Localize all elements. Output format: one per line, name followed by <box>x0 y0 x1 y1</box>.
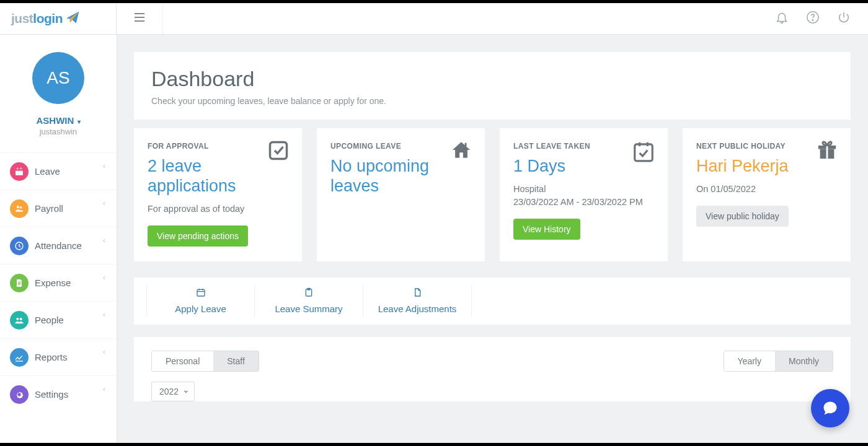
chevron-left-icon: ‹ <box>103 236 105 245</box>
group-icon <box>10 311 29 330</box>
period-segmented-control: Yearly Monthly <box>724 351 833 372</box>
tab-monthly[interactable]: Monthly <box>775 351 833 371</box>
svg-point-4 <box>812 20 813 20</box>
sidebar-item-people[interactable]: People ‹ <box>0 301 117 338</box>
power-icon[interactable] <box>837 11 851 27</box>
action-leave-summary[interactable]: Leave Summary <box>255 285 363 317</box>
svg-rect-23 <box>197 289 205 296</box>
svg-point-16 <box>20 318 22 320</box>
sidebar-item-payroll[interactable]: Payroll ‹ <box>0 190 117 227</box>
svg-rect-1 <box>135 17 144 18</box>
bell-icon[interactable] <box>775 10 789 27</box>
clipboard-icon <box>255 287 363 300</box>
card-upcoming-leave: UPCOMING LEAVE No upcoming leaves <box>317 128 485 261</box>
sidebar: AS ASHWIN ▾ justashwin Leave ‹ Payroll ‹… <box>0 35 117 443</box>
svg-rect-7 <box>17 167 18 169</box>
avatar[interactable]: AS <box>32 52 84 104</box>
logo-text-just: just <box>11 11 33 25</box>
chevron-left-icon: ‹ <box>103 199 105 208</box>
sidebar-item-label: Payroll <box>35 203 63 214</box>
svg-rect-18 <box>465 143 467 147</box>
clock-icon <box>10 237 29 255</box>
action-apply-leave[interactable]: Apply Leave <box>146 285 255 317</box>
view-history-button[interactable]: View History <box>513 219 580 240</box>
svg-rect-17 <box>270 142 287 159</box>
svg-rect-22 <box>826 146 828 159</box>
sidebar-item-reports[interactable]: Reports ‹ <box>0 338 117 375</box>
calendar-icon <box>147 287 254 300</box>
svg-point-9 <box>17 206 19 208</box>
calendar-check-icon <box>632 139 655 165</box>
sidebar-item-label: Settings <box>35 389 68 400</box>
sidebar-item-label: People <box>35 315 64 325</box>
action-label: Leave Adjustments <box>378 304 457 314</box>
svg-rect-2 <box>135 20 144 22</box>
card-last-leave: LAST LEAVE TAKEN 1 Days Hospital 23/03/2… <box>500 128 668 261</box>
year-select[interactable]: 2022 <box>151 382 195 401</box>
card-next-holiday: NEXT PUBLIC HOLIDAY Hari Pekerja On 01/0… <box>683 128 851 261</box>
chevron-left-icon: ‹ <box>103 385 105 393</box>
chevron-left-icon: ‹ <box>103 273 105 282</box>
logo-text-login: login <box>33 11 63 25</box>
home-icon <box>450 139 472 163</box>
tab-yearly[interactable]: Yearly <box>724 351 775 371</box>
gear-icon <box>10 385 29 404</box>
sidebar-item-label: Expense <box>35 278 71 288</box>
view-public-holiday-button[interactable]: View public holiday <box>696 206 789 227</box>
chevron-left-icon: ‹ <box>103 348 105 356</box>
profile-block: AS ASHWIN ▾ justashwin <box>0 35 117 149</box>
tab-staff[interactable]: Staff <box>213 351 259 371</box>
logo[interactable]: justlogin <box>0 3 117 34</box>
chat-bubble-icon <box>822 400 839 417</box>
sidebar-item-expense[interactable]: Expense ‹ <box>0 264 117 301</box>
action-leave-adjustments[interactable]: Leave Adjustments <box>363 285 472 317</box>
svg-rect-6 <box>16 168 23 170</box>
checkmark-box-icon <box>267 139 290 164</box>
sidebar-item-label: Reports <box>35 352 68 362</box>
caret-down-icon: ▾ <box>78 118 81 125</box>
sidebar-item-attendance[interactable]: Attendance ‹ <box>0 227 117 264</box>
document-icon <box>363 287 471 300</box>
document-icon <box>10 274 29 292</box>
tab-personal[interactable]: Personal <box>152 351 213 371</box>
calendar-icon <box>10 162 29 181</box>
scope-segmented-control: Personal Staff <box>151 351 259 372</box>
page-header: Dashboard Check your upcoming leaves, le… <box>134 52 851 120</box>
svg-rect-19 <box>635 144 653 161</box>
action-label: Leave Summary <box>275 304 342 314</box>
card-subtext: Hospital 23/03/2022 AM - 23/03/2022 PM <box>513 183 654 209</box>
sidebar-item-leave[interactable]: Leave ‹ <box>0 152 117 190</box>
card-subtext: For approval as of today <box>148 203 288 216</box>
sidebar-item-label: Leave <box>35 166 60 177</box>
svg-point-15 <box>16 318 19 320</box>
svg-rect-8 <box>20 167 21 169</box>
main-content: Dashboard Check your upcoming leaves, le… <box>117 35 868 443</box>
bottom-panel: Personal Staff 2022 Yearly Monthly <box>134 337 851 401</box>
action-bar: Apply Leave Leave Summary Leave Adjustme… <box>134 278 851 325</box>
svg-rect-12 <box>18 282 21 282</box>
topbar: justlogin <box>0 3 868 35</box>
paper-plane-icon <box>65 11 81 27</box>
svg-rect-14 <box>18 284 20 285</box>
sidebar-toggle[interactable] <box>117 3 163 34</box>
sidebar-item-settings[interactable]: Settings ‹ <box>0 375 117 413</box>
hamburger-icon <box>135 12 144 25</box>
svg-point-10 <box>20 206 22 208</box>
help-icon[interactable] <box>806 11 820 27</box>
svg-rect-13 <box>18 283 21 284</box>
chat-fab[interactable] <box>811 389 849 427</box>
sidebar-item-label: Attendance <box>35 240 82 251</box>
profile-name-dropdown[interactable]: ASHWIN ▾ <box>6 115 110 126</box>
card-for-approval: FOR APPROVAL 2 leave applications For ap… <box>134 128 302 261</box>
chart-icon <box>10 348 29 367</box>
card-subtext: On 01/05/2022 <box>696 183 837 196</box>
page-title: Dashboard <box>151 67 833 91</box>
profile-username: justashwin <box>6 127 110 136</box>
chevron-left-icon: ‹ <box>103 310 105 319</box>
page-subtitle: Check your upcoming leaves, leave balanc… <box>151 96 833 106</box>
people-icon <box>10 199 29 218</box>
action-label: Apply Leave <box>175 304 226 314</box>
svg-rect-0 <box>135 13 144 14</box>
chevron-left-icon: ‹ <box>103 162 105 170</box>
view-pending-actions-button[interactable]: View pending actions <box>148 225 248 247</box>
